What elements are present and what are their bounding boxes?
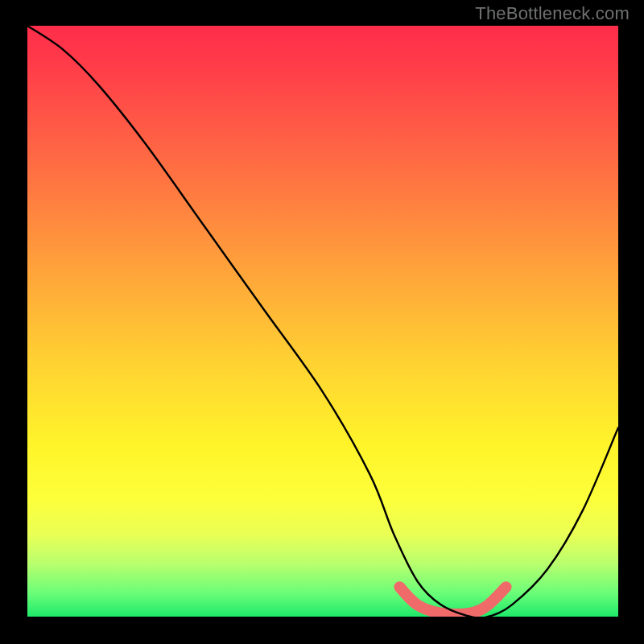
chart-frame: TheBottleneck.com [0, 0, 644, 644]
chart-svg [27, 26, 618, 617]
plot-area [27, 26, 618, 617]
bottleneck-curve [27, 26, 618, 617]
attribution-text: TheBottleneck.com [475, 3, 630, 24]
